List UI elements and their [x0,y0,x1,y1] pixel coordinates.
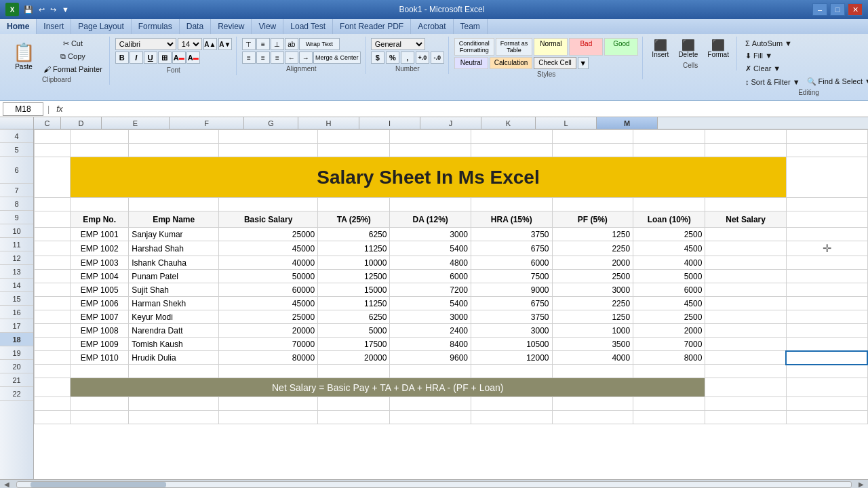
orientation-button[interactable]: ab [285,38,298,50]
format-button[interactable]: ⬛ Format [704,38,732,60]
good-style[interactable]: Good [604,38,638,56]
header-da[interactable]: DA (12%) [390,211,471,228]
net-12[interactable] [705,270,787,283]
decrease-font-button[interactable]: A▼ [218,38,232,50]
emp-name-15[interactable]: Keyur Modi [129,310,219,324]
cell-g7[interactable] [318,198,390,211]
cell-k22[interactable] [633,411,705,424]
tab-insert[interactable]: Insert [37,19,71,34]
cell-m15[interactable] [786,310,867,324]
indent-decrease-button[interactable]: ← [285,52,298,64]
cell-c4[interactable] [35,130,71,144]
pf-15[interactable]: 1250 [552,310,633,324]
scrollbar-track[interactable] [16,481,852,488]
hra-15[interactable]: 3750 [471,310,552,324]
col-header-l[interactable]: L [536,117,597,129]
loan-11[interactable]: 4000 [633,256,705,270]
salary-formula-cell[interactable]: Net Salary = Basic Pay + TA + DA + HRA -… [71,378,705,397]
bold-button[interactable]: B [115,52,129,64]
row-header-20[interactable]: 20 [0,360,33,373]
row-header-13[interactable]: 13 [0,265,33,279]
da-9[interactable]: 3000 [390,228,471,241]
increase-decimal-button[interactable]: +.0 [416,52,429,64]
cell-c8[interactable] [35,211,71,228]
emp-no-12[interactable]: EMP 1004 [71,270,129,283]
insert-button[interactable]: ⬛ Insert [648,38,672,60]
col-header-k[interactable]: K [481,117,536,129]
net-13[interactable] [705,283,787,297]
hra-17[interactable]: 10500 [471,338,552,351]
net-16[interactable] [705,324,787,338]
cell-i5[interactable] [471,144,552,157]
cell-c14[interactable] [35,297,71,310]
cell-c22[interactable] [35,411,71,424]
cell-k21[interactable] [633,397,705,411]
cell-g5[interactable] [318,144,390,157]
ta-13[interactable]: 15000 [318,283,390,297]
normal-style[interactable]: Normal [534,38,568,56]
cell-c5[interactable] [35,144,71,157]
bad-style[interactable]: Bad [569,38,603,56]
pf-10[interactable]: 2250 [552,241,633,256]
basic-13[interactable]: 60000 [219,283,318,297]
cell-c7[interactable] [35,198,71,211]
da-11[interactable]: 4800 [390,256,471,270]
cell-l21[interactable] [705,397,787,411]
loan-18[interactable]: 8000 [633,351,705,365]
tab-load-test[interactable]: Load Test [283,19,333,34]
neutral-style[interactable]: Neutral [454,57,488,69]
loan-9[interactable]: 2500 [633,228,705,241]
emp-no-14[interactable]: EMP 1006 [71,297,129,310]
cell-c15[interactable] [35,310,71,324]
ta-10[interactable]: 11250 [318,241,390,256]
align-left-button[interactable]: ≡ [242,52,256,64]
header-pf[interactable]: PF (5%) [552,211,633,228]
cell-k19[interactable] [633,365,705,378]
indent-increase-button[interactable]: → [299,52,313,64]
align-bottom-button[interactable]: ⊥ [271,38,284,50]
tab-formulas[interactable]: Formulas [132,19,180,34]
row-header-19[interactable]: 19 [0,346,33,360]
row-header-21[interactable]: 21 [0,373,33,387]
fill-button[interactable]: ⬇ Fill ▼ [743,50,775,62]
ta-15[interactable]: 6250 [318,310,390,324]
align-center-button[interactable]: ≡ [256,52,270,64]
calculation-style[interactable]: Calculation [490,57,532,69]
da-10[interactable]: 5400 [390,241,471,256]
cell-m8[interactable] [786,211,867,228]
emp-no-9[interactable]: EMP 1001 [71,228,129,241]
tab-acrobat[interactable]: Acrobat [411,19,453,34]
row-header-15[interactable]: 15 [0,292,33,306]
cell-reference-box[interactable] [3,102,43,116]
col-header-i[interactable]: I [359,117,420,129]
cell-m4[interactable] [786,130,867,144]
header-basic-salary[interactable]: Basic Salary [219,211,318,228]
net-11[interactable] [705,256,787,270]
cell-j21[interactable] [552,397,633,411]
col-header-c[interactable]: C [34,117,61,129]
cell-m13[interactable] [786,283,867,297]
hra-9[interactable]: 3750 [471,228,552,241]
tab-home[interactable]: Home [0,19,37,34]
tab-review[interactable]: Review [211,19,252,34]
row-header-10[interactable]: 10 [0,224,33,238]
cell-l4[interactable] [705,130,787,144]
da-14[interactable]: 5400 [390,297,471,310]
row-header-14[interactable]: 14 [0,279,33,292]
header-ta[interactable]: TA (25%) [318,211,390,228]
hra-10[interactable]: 6750 [471,241,552,256]
sort-filter-button[interactable]: ↕ Sort & Filter ▼ [743,76,803,87]
row-header-22[interactable]: 22 [0,387,33,401]
loan-10[interactable]: 4500 [633,241,705,256]
delete-button[interactable]: ⬛ Delete [675,38,701,60]
basic-10[interactable]: 45000 [219,241,318,256]
da-16[interactable]: 2400 [390,324,471,338]
da-15[interactable]: 3000 [390,310,471,324]
basic-15[interactable]: 25000 [219,310,318,324]
cell-m22[interactable] [786,411,867,424]
more-styles-button[interactable]: ▼ [578,57,589,69]
basic-12[interactable]: 50000 [219,270,318,283]
find-select-button[interactable]: 🔍 Find & Select ▼ [804,76,868,87]
cell-m19[interactable] [786,365,867,378]
emp-name-9[interactable]: Sanjay Kumar [129,228,219,241]
